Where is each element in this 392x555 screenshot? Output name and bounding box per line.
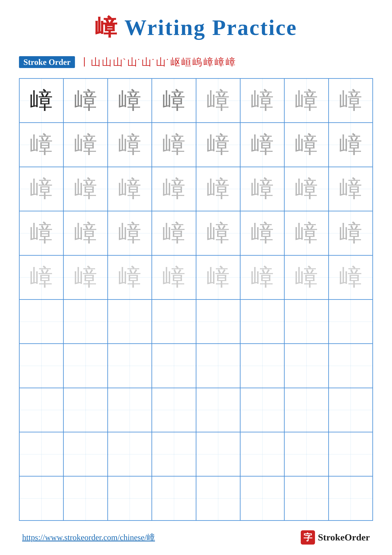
grid-cell[interactable]: 嶂 [64, 255, 107, 299]
grid-cell[interactable]: 嶂 [108, 79, 152, 123]
grid-cell[interactable]: 嶂 [328, 476, 373, 520]
grid-cell[interactable]: 嶂 [108, 123, 152, 167]
grid-cell[interactable]: 嶂 [152, 255, 196, 299]
grid-cell[interactable]: 嶂 [196, 476, 240, 520]
grid-cell[interactable]: 嶂 [240, 211, 284, 255]
grid-cell[interactable]: 嶂 [152, 344, 196, 388]
grid-cell[interactable]: 嶂 [196, 167, 240, 211]
grid-cell[interactable]: 嶂 [108, 167, 152, 211]
grid-cell[interactable]: 嶂 [19, 167, 64, 211]
grid-cell[interactable]: 嶂 [328, 299, 373, 344]
grid-cell[interactable]: 嶂 [19, 476, 64, 520]
grid-row: 嶂嶂嶂嶂嶂嶂嶂嶂 [19, 167, 373, 211]
grid-cell[interactable]: 嶂 [240, 123, 284, 167]
grid-cell[interactable]: 嶂 [64, 79, 107, 123]
cell-character: 嶂 [74, 85, 97, 116]
grid-cell[interactable]: 嶂 [240, 476, 284, 520]
grid-cell[interactable]: 嶂 [196, 79, 240, 123]
grid-cell[interactable]: 嶂 [284, 79, 328, 123]
grid-cell[interactable]: 嶂 [108, 388, 152, 432]
grid-cell[interactable]: 嶂 [284, 476, 328, 520]
grid-cell[interactable]: 嶂 [64, 344, 107, 388]
grid-cell[interactable]: 嶂 [196, 344, 240, 388]
grid-cell[interactable]: 嶂 [284, 167, 328, 211]
grid-cell[interactable]: 嶂 [196, 388, 240, 432]
footer-brand: 字 StrokeOrder [301, 530, 370, 545]
grid-cell[interactable]: 嶂 [328, 79, 373, 123]
cell-character: 嶂 [295, 218, 318, 249]
grid-cell[interactable]: 嶂 [284, 255, 328, 299]
grid-cell[interactable]: 嶂 [108, 476, 152, 520]
grid-cell[interactable]: 嶂 [328, 432, 373, 476]
cell-character: 嶂 [339, 218, 362, 249]
grid-cell[interactable]: 嶂 [19, 432, 64, 476]
grid-cell[interactable]: 嶂 [108, 211, 152, 255]
stroke-seq-item: 山˙ [156, 55, 169, 69]
stroke-order-section: Stroke Order 丨山山山`山˙山˙山˙岖峘嵨嶂嶂嶂 [19, 55, 373, 69]
stroke-seq-item: 嶂 [214, 55, 224, 69]
cell-character: 嶂 [30, 218, 53, 249]
grid-cell[interactable]: 嶂 [240, 299, 284, 344]
grid-cell[interactable]: 嶂 [64, 211, 107, 255]
grid-cell[interactable]: 嶂 [152, 388, 196, 432]
cell-character: 嶂 [74, 439, 97, 470]
grid-cell[interactable]: 嶂 [64, 299, 107, 344]
grid-cell[interactable]: 嶂 [19, 79, 64, 123]
grid-cell[interactable]: 嶂 [196, 211, 240, 255]
grid-cell[interactable]: 嶂 [64, 167, 107, 211]
grid-cell[interactable]: 嶂 [19, 299, 64, 344]
grid-cell[interactable]: 嶂 [196, 299, 240, 344]
grid-cell[interactable]: 嶂 [196, 432, 240, 476]
grid-cell[interactable]: 嶂 [284, 123, 328, 167]
grid-cell[interactable]: 嶂 [108, 432, 152, 476]
grid-cell[interactable]: 嶂 [240, 344, 284, 388]
grid-cell[interactable]: 嶂 [240, 432, 284, 476]
cell-character: 嶂 [74, 306, 97, 337]
grid-cell[interactable]: 嶂 [152, 123, 196, 167]
grid-cell[interactable]: 嶂 [152, 476, 196, 520]
grid-row: 嶂嶂嶂嶂嶂嶂嶂嶂 [19, 432, 373, 476]
grid-cell[interactable]: 嶂 [328, 388, 373, 432]
grid-cell[interactable]: 嶂 [240, 255, 284, 299]
grid-cell[interactable]: 嶂 [152, 299, 196, 344]
grid-cell[interactable]: 嶂 [19, 123, 64, 167]
grid-cell[interactable]: 嶂 [152, 79, 196, 123]
grid-cell[interactable]: 嶂 [284, 344, 328, 388]
grid-cell[interactable]: 嶂 [19, 344, 64, 388]
cell-character: 嶂 [207, 394, 230, 425]
grid-cell[interactable]: 嶂 [240, 388, 284, 432]
grid-cell[interactable]: 嶂 [328, 344, 373, 388]
grid-cell[interactable]: 嶂 [19, 255, 64, 299]
grid-cell[interactable]: 嶂 [328, 211, 373, 255]
grid-cell[interactable]: 嶂 [284, 299, 328, 344]
grid-cell[interactable]: 嶂 [328, 167, 373, 211]
grid-cell[interactable]: 嶂 [328, 255, 373, 299]
grid-cell[interactable]: 嶂 [152, 432, 196, 476]
cell-character: 嶂 [30, 350, 53, 381]
grid-cell[interactable]: 嶂 [284, 432, 328, 476]
grid-cell[interactable]: 嶂 [108, 344, 152, 388]
cell-character: 嶂 [162, 173, 185, 204]
grid-cell[interactable]: 嶂 [152, 211, 196, 255]
grid-cell[interactable]: 嶂 [196, 255, 240, 299]
cell-character: 嶂 [162, 394, 185, 425]
grid-cell[interactable]: 嶂 [64, 123, 107, 167]
grid-cell[interactable]: 嶂 [108, 299, 152, 344]
grid-cell[interactable]: 嶂 [240, 167, 284, 211]
footer-url[interactable]: https://www.strokeorder.com/chinese/嶂 [22, 532, 155, 543]
grid-cell[interactable]: 嶂 [328, 123, 373, 167]
grid-cell[interactable]: 嶂 [64, 388, 107, 432]
grid-cell[interactable]: 嶂 [108, 255, 152, 299]
cell-character: 嶂 [207, 350, 230, 381]
grid-cell[interactable]: 嶂 [284, 211, 328, 255]
cell-character: 嶂 [295, 129, 318, 160]
grid-cell[interactable]: 嶂 [64, 476, 107, 520]
grid-cell[interactable]: 嶂 [19, 388, 64, 432]
grid-cell[interactable]: 嶂 [19, 211, 64, 255]
grid-cell[interactable]: 嶂 [240, 79, 284, 123]
grid-cell[interactable]: 嶂 [152, 167, 196, 211]
stroke-seq-item: 山 [102, 55, 112, 69]
grid-cell[interactable]: 嶂 [284, 388, 328, 432]
grid-cell[interactable]: 嶂 [64, 432, 107, 476]
grid-cell[interactable]: 嶂 [196, 123, 240, 167]
